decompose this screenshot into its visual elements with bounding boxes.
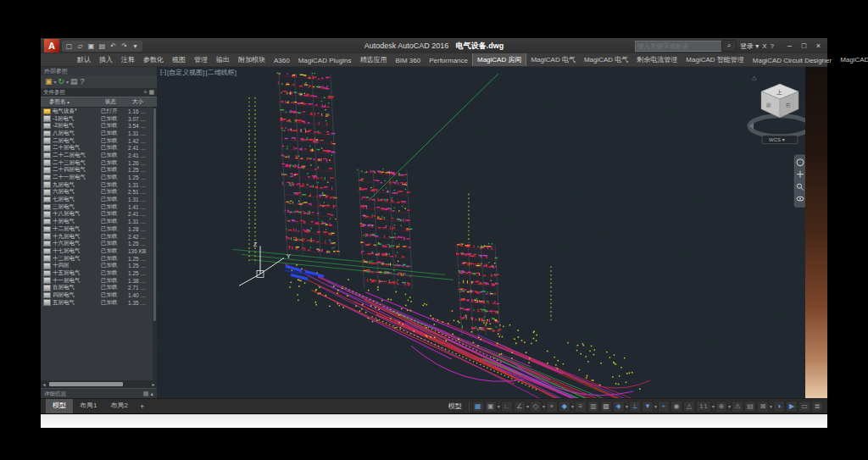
ribbon-tab-8[interactable]: 附加模块 [234, 53, 270, 66]
ribbon-tab-12[interactable]: BIM 360 [391, 55, 425, 66]
sign-in-button[interactable]: 登录 ▾ [740, 42, 759, 51]
new-layout-button[interactable]: + [135, 402, 149, 411]
xref-row[interactable]: 十三层电气已加载1.25 … [41, 255, 157, 263]
annotation-scale-icon-dropdown[interactable]: ▾ [712, 403, 715, 409]
selection-filter-icon-dropdown[interactable]: ▾ [654, 403, 657, 409]
xref-row[interactable]: 十六层电气已加载1.25 … [41, 240, 157, 247]
scroll-thumb[interactable] [49, 382, 123, 386]
qat-plot-icon[interactable]: ▤ [97, 41, 107, 52]
autoscale-icon[interactable]: △ [683, 401, 695, 413]
annotation-monitor-icon[interactable]: ⚠ [732, 401, 743, 413]
ribbon-tab-18[interactable]: MagiCAD 智能管理 [682, 53, 748, 66]
exchange-apps-icon[interactable]: X [762, 42, 766, 50]
snap-icon-dropdown[interactable]: ▾ [498, 403, 500, 409]
attach-reference-icon-dropdown[interactable]: ▾ [54, 79, 57, 85]
xref-row[interactable]: 电气设备*已打开1.16 … [41, 108, 157, 115]
view-control[interactable]: [自定义视图] [167, 68, 204, 77]
search-icon[interactable]: ⌕ [721, 40, 737, 52]
drawing-canvas[interactable]: [-][自定义视图][二维线框] ZY上前右⌂WCS ▾ [157, 67, 805, 399]
layout-tab-布局1[interactable]: 布局1 [73, 399, 103, 413]
layout-tab-模型[interactable]: 模型 [46, 399, 73, 413]
viewcube[interactable]: 上前右⌂WCS ▾ [749, 74, 805, 144]
column-size[interactable]: 大小 [132, 98, 153, 106]
xref-row[interactable]: 六层电气已加载2.51 … [41, 189, 157, 197]
osnap-tracking-icon[interactable]: ⌖ [546, 401, 558, 413]
xref-row[interactable]: 十八层电气已加载2.41 … [41, 211, 157, 219]
isolate-objects-icon[interactable]: ◑ [773, 401, 785, 413]
visual-style-control[interactable]: [二维线框] [206, 68, 236, 77]
ribbon-tab-13[interactable]: Performance [425, 55, 472, 66]
help-icon[interactable]: ? [80, 76, 86, 87]
workspace-gear-icon[interactable]: ⊕ [715, 401, 727, 413]
ribbon-tab-5[interactable]: 视图 [168, 53, 190, 66]
xref-row[interactable]: 十七层电气已加载136 KB [41, 247, 157, 255]
xref-row[interactable]: 四层电气已加载1.40 … [41, 291, 157, 299]
model-viewport[interactable]: ZY上前右⌂WCS ▾ [157, 67, 805, 399]
wcs-dropdown[interactable]: WCS ▾ [762, 136, 798, 144]
search-input[interactable] [636, 42, 721, 50]
snap-icon[interactable]: ▣ [485, 401, 497, 413]
ortho-icon[interactable]: ∟ [501, 401, 513, 413]
layout-tab-布局2[interactable]: 布局2 [103, 399, 134, 413]
xref-row[interactable]: 五层电气已加载1.35 … [41, 299, 157, 307]
attach-reference-icon[interactable]: ▣ [44, 76, 53, 87]
qat-undo-icon[interactable]: ↶ [108, 41, 118, 52]
refresh-icon-dropdown[interactable]: ▾ [66, 79, 69, 85]
transparency-icon[interactable]: ▥ [587, 401, 599, 413]
qat-redo-icon[interactable]: ↷ [120, 41, 129, 52]
qat-customize-icon[interactable]: ▾ [131, 41, 140, 52]
xref-row[interactable]: 十四层已加载1.25 … [41, 262, 157, 269]
xref-row[interactable]: 首层电气已加载2.71 … [41, 285, 157, 292]
ribbon-tab-7[interactable]: 输出 [212, 53, 234, 66]
workspace-gear-icon-dropdown[interactable]: ▾ [728, 403, 731, 409]
scroll-right-arrow[interactable]: ▸ [150, 381, 157, 387]
lock-ui-icon[interactable]: ⊠ [757, 401, 769, 413]
ribbon-tab-6[interactable]: 管理 [190, 53, 212, 66]
xref-row[interactable]: 十层电气已加载1.31 … [41, 218, 157, 225]
clean-screen-icon[interactable]: ▭ [798, 401, 810, 413]
list-view-icon[interactable]: ≡ [143, 89, 147, 95]
navigation-bar[interactable] [794, 155, 805, 208]
details-list-icon[interactable]: ▤ [143, 391, 149, 396]
osnap-icon[interactable]: ◆ [559, 401, 570, 413]
xref-row[interactable]: 二十三层电气已加载1.26 … [41, 159, 157, 167]
ribbon-tab-3[interactable]: 注释 [117, 53, 139, 66]
osnap-icon-dropdown[interactable]: ▾ [571, 403, 574, 409]
lineweight-icon[interactable]: ≡ [575, 401, 587, 413]
ribbon-tab-9[interactable]: A360 [270, 55, 294, 66]
customize-icon[interactable]: ≣ [811, 401, 823, 413]
change-path-icon[interactable]: ▤ [70, 76, 79, 87]
close-button[interactable]: × [811, 39, 826, 53]
refresh-icon[interactable]: ↻ [58, 76, 66, 87]
graphics-performance-icon[interactable]: ▶ [786, 401, 798, 413]
column-reference-name[interactable]: 参照名 ▴ [41, 98, 105, 106]
xref-row[interactable]: 十九层电气已加载2.42 … [41, 233, 157, 241]
ribbon-tab-17[interactable]: 剩余电流管理 [632, 53, 682, 66]
ribbon-tab-11[interactable]: 精选应用 [355, 53, 391, 66]
dynamic-ucs-icon[interactable]: ⊥ [629, 401, 641, 413]
xref-row[interactable]: -2层电气已加载3.54 … [41, 122, 157, 130]
qat-open-icon[interactable]: ▱ [75, 41, 85, 52]
viewport-menu-control[interactable]: [-] [160, 68, 166, 77]
polar-tracking-icon[interactable]: ∠ [514, 401, 526, 413]
xref-row[interactable]: 十二层电气已加载1.28 … [41, 225, 157, 233]
xref-row[interactable]: 八层电气已加载1.31 … [41, 130, 157, 137]
ribbon-tab-19[interactable]: MagiCAD Circuit Designer [748, 55, 836, 66]
grid-icon[interactable]: ▦ [472, 401, 484, 413]
help-icon[interactable]: ? [771, 42, 774, 50]
gizmo-icon[interactable]: + [658, 401, 670, 413]
ribbon-tab-10[interactable]: MagiCAD Plugins [294, 55, 356, 66]
xref-row[interactable]: 二层电气已加载1.42 … [41, 137, 157, 145]
xref-row[interactable]: 二十四层电气已加载1.25 … [41, 167, 157, 175]
xref-row[interactable]: 九层电气已加载1.31 … [41, 181, 157, 189]
xref-row[interactable]: 十一层电气已加载1.38 … [41, 277, 157, 285]
ribbon-tab-16[interactable]: MagiCAD 电气 [580, 53, 632, 66]
polar-tracking-icon-dropdown[interactable]: ▾ [526, 403, 529, 409]
xref-row[interactable]: 七层电气已加载1.31 … [41, 196, 157, 203]
qat-save-icon[interactable]: ▣ [86, 41, 96, 52]
xref-row[interactable]: 三层电气已加载1.41 … [41, 203, 157, 211]
ribbon-tab-4[interactable]: 参数化 [139, 53, 168, 66]
isodraft-icon[interactable]: ◇ [530, 401, 542, 413]
ribbon-tab-20[interactable]: MagiCAD 系统设计 [836, 53, 868, 66]
annotation-visibility-icon[interactable]: ◉ [670, 401, 682, 413]
